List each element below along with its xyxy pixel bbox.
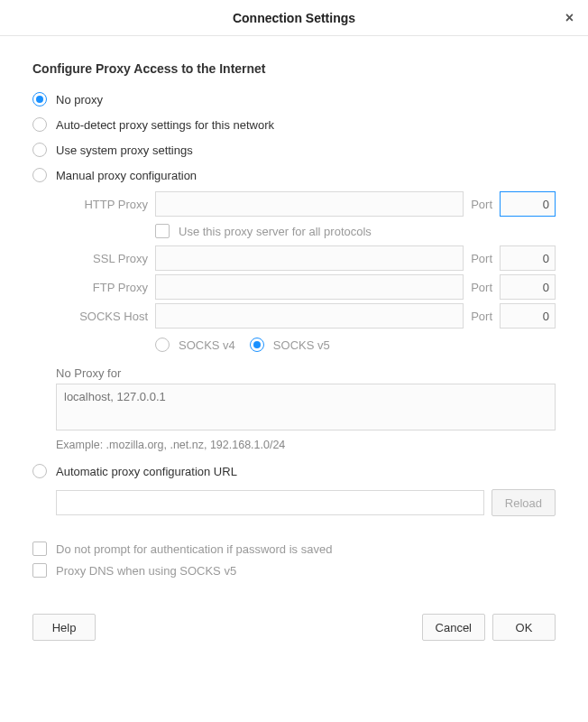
radio-label: Use system proxy settings <box>56 143 193 157</box>
radio-no-proxy[interactable]: No proxy <box>32 87 556 112</box>
ssl-port-input[interactable] <box>500 245 556 271</box>
share-proxy-label: Use this proxy server for all protocols <box>179 225 372 238</box>
port-label: Port <box>464 252 500 265</box>
radio-icon <box>32 464 47 478</box>
radio-icon <box>32 117 47 132</box>
checkbox-icon <box>32 542 47 556</box>
radio-label: Automatic proxy configuration URL <box>56 465 237 478</box>
radio-manual[interactable]: Manual proxy configuration <box>32 162 556 188</box>
ftp-proxy-label: FTP Proxy <box>56 281 155 294</box>
share-proxy-row[interactable]: Use this proxy server for all protocols <box>155 220 556 242</box>
dialog-titlebar: Connection Settings × <box>0 0 588 36</box>
ssl-proxy-input[interactable] <box>155 245 464 271</box>
no-proxy-for-textarea[interactable] <box>56 384 556 430</box>
checkbox-icon <box>155 224 170 238</box>
no-prompt-auth-row[interactable]: Do not prompt for authentication if pass… <box>32 538 556 560</box>
radio-label: No proxy <box>56 93 103 106</box>
proxy-dns-row[interactable]: Proxy DNS when using SOCKS v5 <box>32 560 556 581</box>
no-proxy-for-label: No Proxy for <box>56 366 556 380</box>
close-icon[interactable]: × <box>562 0 577 36</box>
socks-version-row: SOCKS v4 SOCKS v5 <box>155 332 556 357</box>
radio-icon <box>250 338 264 352</box>
dialog-body: Configure Proxy Access to the Internet N… <box>0 36 588 599</box>
ftp-proxy-row: FTP Proxy Port <box>56 274 556 300</box>
ok-button[interactable]: OK <box>492 614 556 641</box>
http-proxy-label: HTTP Proxy <box>56 198 155 211</box>
http-proxy-input[interactable] <box>155 191 464 217</box>
section-heading: Configure Proxy Access to the Internet <box>32 61 556 76</box>
radio-icon <box>32 143 47 157</box>
auto-url-row: Reload <box>56 489 556 516</box>
proxy-dns-label: Proxy DNS when using SOCKS v5 <box>56 564 236 578</box>
no-proxy-example: Example: .mozilla.org, .net.nz, 192.168.… <box>56 439 556 451</box>
radio-socks-v4[interactable]: SOCKS v4 <box>155 338 235 352</box>
radio-icon <box>32 92 47 106</box>
radio-auto-detect[interactable]: Auto-detect proxy settings for this netw… <box>32 112 556 137</box>
radio-socks-v5[interactable]: SOCKS v5 <box>250 338 330 352</box>
reload-button[interactable]: Reload <box>492 489 556 516</box>
socks-host-row: SOCKS Host Port <box>56 303 556 329</box>
radio-label: Auto-detect proxy settings for this netw… <box>56 118 274 132</box>
port-label: Port <box>464 310 500 323</box>
cancel-button[interactable]: Cancel <box>422 614 485 641</box>
radio-label: Manual proxy configuration <box>56 169 197 182</box>
no-proxy-for-block: No Proxy for Example: .mozilla.org, .net… <box>56 366 556 451</box>
footer-right: Cancel OK <box>422 614 556 641</box>
connection-settings-dialog: Connection Settings × Configure Proxy Ac… <box>0 0 588 662</box>
http-proxy-row: HTTP Proxy Port <box>56 191 556 217</box>
checkbox-icon <box>32 563 47 578</box>
socks-port-input[interactable] <box>500 303 556 329</box>
dialog-title: Connection Settings <box>233 11 355 25</box>
socks-v5-label: SOCKS v5 <box>273 338 330 352</box>
manual-proxy-section: HTTP Proxy Port Use this proxy server fo… <box>56 191 556 451</box>
auto-url-input[interactable] <box>56 490 484 515</box>
socks-host-label: SOCKS Host <box>56 310 155 323</box>
help-button[interactable]: Help <box>32 614 96 641</box>
bottom-checks: Do not prompt for authentication if pass… <box>32 538 556 581</box>
dialog-footer: Help Cancel OK <box>0 599 588 662</box>
ftp-port-input[interactable] <box>500 274 556 300</box>
http-port-input[interactable] <box>500 191 556 217</box>
radio-auto-url[interactable]: Automatic proxy configuration URL <box>32 458 556 484</box>
radio-icon <box>32 168 47 182</box>
ftp-proxy-input[interactable] <box>155 274 464 300</box>
socks-host-input[interactable] <box>155 303 464 329</box>
socks-v4-label: SOCKS v4 <box>179 338 235 352</box>
port-label: Port <box>464 198 500 211</box>
no-prompt-auth-label: Do not prompt for authentication if pass… <box>56 542 332 556</box>
radio-system[interactable]: Use system proxy settings <box>32 137 556 162</box>
ssl-proxy-label: SSL Proxy <box>56 252 155 265</box>
ssl-proxy-row: SSL Proxy Port <box>56 245 556 271</box>
port-label: Port <box>464 281 500 294</box>
radio-icon <box>155 338 170 352</box>
